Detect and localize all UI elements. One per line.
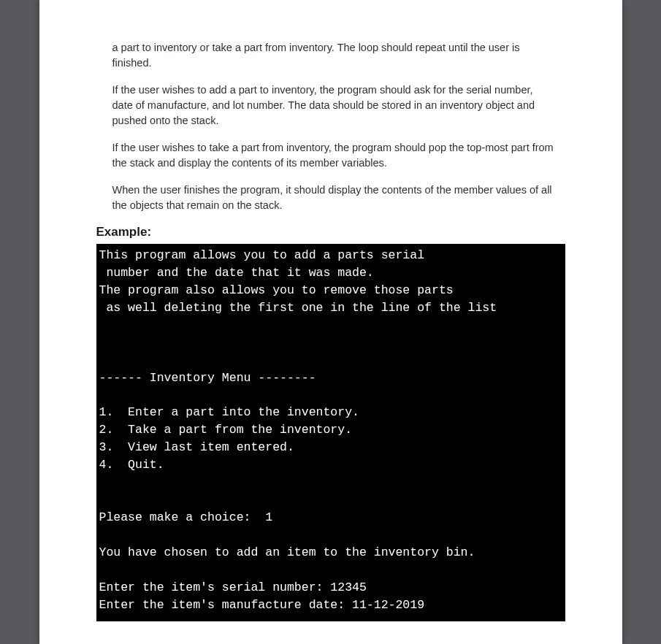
paragraph-3: If the user wishes to take a part from i… <box>112 140 557 171</box>
paragraph-4: When the user finishes the program, it s… <box>112 183 557 213</box>
paragraph-1: a part to inventory or take a part from … <box>112 40 557 71</box>
paragraph-2: If the user wishes to add a part to inve… <box>112 83 557 129</box>
document-page: a part to inventory or take a part from … <box>39 0 622 644</box>
example-heading: Example: <box>96 225 557 239</box>
console-output: This program allows you to add a parts s… <box>96 244 565 621</box>
